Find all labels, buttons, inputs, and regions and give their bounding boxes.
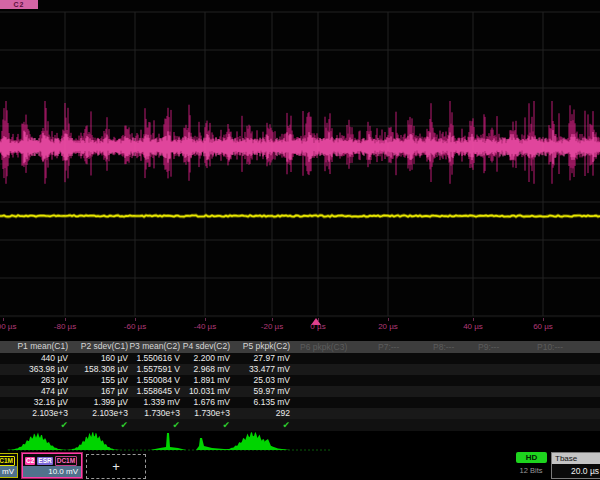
c1-descriptor-box[interactable]: DC1M 0 mV — [0, 453, 18, 478]
param-header-inactive-8[interactable]: P8:--- — [433, 341, 454, 353]
time-axis-label: -80 µs — [54, 322, 76, 331]
channel-badge[interactable]: C2 — [0, 0, 38, 9]
timebase-label: Tbase — [552, 453, 600, 464]
measure-cell: 1.891 mV — [166, 375, 230, 386]
axis-tick — [318, 318, 319, 321]
histicon-graphics — [0, 432, 600, 452]
measure-cell: 59.97 mV — [226, 386, 290, 397]
measure-cell: 292 — [226, 408, 290, 419]
measure-cell: 27.97 mV — [226, 353, 290, 364]
param-header-4[interactable]: P4 sdev(C2) — [166, 341, 230, 352]
descriptor-bar: DC1M 0 mV C2 ESR DC1M 10.0 mV + HD 12 Bi… — [0, 452, 600, 480]
measure-cell: 440 µV — [4, 353, 68, 364]
measure-cell: 474 µV — [4, 386, 68, 397]
measure-cell: 363.98 µV — [4, 364, 68, 375]
measure-table-header: P1 mean(C1)P2 sdev(C1)P3 mean(C2)P4 sdev… — [0, 341, 600, 353]
measure-cell: 1.676 mV — [166, 397, 230, 408]
waveform-display[interactable]: C2 — [0, 0, 600, 318]
measure-cell: 10.031 mV — [166, 386, 230, 397]
hd-mode-badge[interactable]: HD — [516, 452, 547, 463]
hd-bits-label: 12 Bits — [511, 466, 551, 475]
time-axis-label: -100 µs — [0, 322, 16, 331]
param-header-1[interactable]: P1 mean(C1) — [4, 341, 68, 352]
status-check-icon: ✔ — [226, 419, 290, 431]
axis-tick — [543, 318, 544, 321]
add-trace-button[interactable]: + — [86, 454, 146, 479]
measure-cell: 32.16 µV — [4, 397, 68, 408]
histicon-p3[interactable] — [150, 433, 186, 450]
histicon-p2[interactable] — [64, 432, 122, 450]
measure-cell: 1.730e+3 — [166, 408, 230, 419]
timebase-value: 20.0 µs — [552, 464, 600, 478]
axis-tick — [388, 318, 389, 321]
time-axis: -100 µs-80 µs-60 µs-40 µs-20 µs0 µs20 µs… — [0, 318, 600, 334]
measure-cell: 263 µV — [4, 375, 68, 386]
graticule-and-traces — [0, 0, 600, 318]
axis-tick — [3, 318, 4, 321]
measure-table-rows: 440 µV160 µV1.550616 V2.200 mV27.97 mV36… — [0, 353, 600, 419]
param-header-5[interactable]: P5 pkpk(C2) — [226, 341, 290, 352]
time-axis-label: 20 µs — [378, 322, 398, 331]
measure-cell: 33.477 mV — [226, 364, 290, 375]
time-axis-label: -40 µs — [194, 322, 216, 331]
param-header-inactive-10[interactable]: P10:--- — [537, 341, 563, 353]
c1-coupling-badge: DC1M — [0, 456, 15, 466]
measure-cell: 2.103e+3 — [4, 408, 68, 419]
histicon-p5[interactable] — [218, 432, 288, 450]
measure-table: P1 mean(C1)P2 sdev(C1)P3 mean(C2)P4 sdev… — [0, 341, 600, 432]
status-check-icon: ✔ — [4, 419, 68, 431]
measure-row: 474 µV167 µV1.558645 V10.031 mV59.97 mV — [0, 386, 600, 397]
measure-row: 363.98 µV158.308 µV1.557591 V2.968 mV33.… — [0, 364, 600, 375]
axis-tick — [65, 318, 66, 321]
measure-cell: 25.03 mV — [226, 375, 290, 386]
measure-row: 32.16 µV1.399 µV1.339 mV1.676 mV6.135 mV — [0, 397, 600, 408]
measure-row: 2.103e+32.103e+31.730e+31.730e+3292 — [0, 408, 600, 419]
time-axis-label: 0 µs — [310, 322, 325, 331]
c2-coupling-badge: DC1M — [55, 456, 77, 466]
c2-descriptor-box[interactable]: C2 ESR DC1M 10.0 mV — [22, 453, 82, 478]
histicon-p1[interactable] — [5, 432, 69, 450]
measure-status-row: ✔✔✔✔✔ — [0, 419, 600, 431]
param-header-inactive-6[interactable]: P6 pkpk(C3) — [300, 341, 347, 353]
axis-tick — [473, 318, 474, 321]
c2-esr-badge: ESR — [37, 457, 52, 465]
axis-tick — [205, 318, 206, 321]
param-header-inactive-7[interactable]: P7:--- — [378, 341, 399, 353]
histicon-p4[interactable] — [196, 438, 232, 450]
param-header-inactive-9[interactable]: P9:--- — [478, 341, 499, 353]
status-check-icon: ✔ — [166, 419, 230, 431]
time-axis-label: 40 µs — [463, 322, 483, 331]
axis-tick — [135, 318, 136, 321]
c2-vertical-scale: 10.0 mV — [23, 466, 81, 477]
oscilloscope-screen: C2 -100 µs-80 µs-60 µs-40 µs-20 µs0 µs20… — [0, 0, 600, 480]
measure-cell: 6.135 mV — [226, 397, 290, 408]
axis-tick — [272, 318, 273, 321]
measure-cell: 2.200 mV — [166, 353, 230, 364]
time-axis-label: 60 µs — [533, 322, 553, 331]
timebase-descriptor-box[interactable]: Tbase 20.0 µs — [551, 452, 600, 479]
measure-cell: 2.968 mV — [166, 364, 230, 375]
histicon-strip[interactable] — [0, 432, 600, 452]
measure-row: 440 µV160 µV1.550616 V2.200 mV27.97 mV — [0, 353, 600, 364]
time-axis-label: -60 µs — [124, 322, 146, 331]
c1-vertical-scale: 0 mV — [0, 466, 17, 477]
measure-row: 263 µV155 µV1.550084 V1.891 mV25.03 mV — [0, 375, 600, 386]
time-axis-label: -20 µs — [261, 322, 283, 331]
c2-channel-badge: C2 — [25, 457, 35, 465]
